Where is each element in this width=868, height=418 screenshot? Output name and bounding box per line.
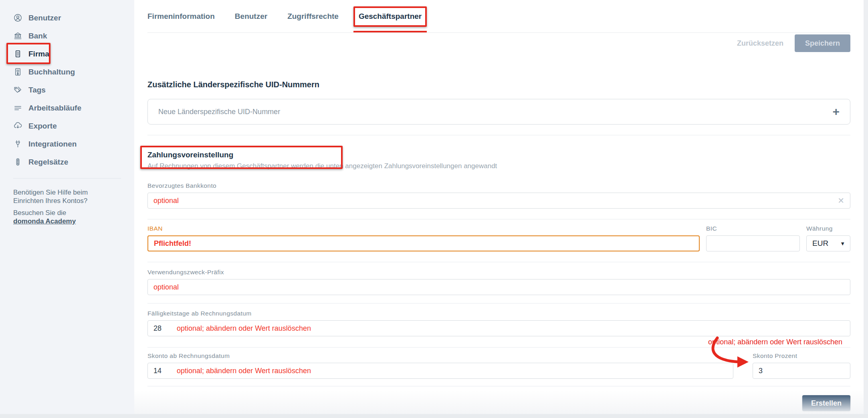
reset-button[interactable]: Zurücksetzen — [737, 39, 783, 48]
sidebar-item-arbeitsablaeufe[interactable]: Arbeitsabläufe — [0, 99, 134, 117]
sidebar-item-label: Firma — [28, 50, 49, 58]
chevron-down-icon: ▼ — [840, 241, 845, 247]
bank-account-label: Bevorzugtes Bankkonto — [147, 182, 850, 189]
sidebar-item-label: Buchhaltung — [28, 68, 75, 76]
workflow-icon — [13, 103, 22, 113]
domonda-academy-link[interactable]: domonda Academy — [13, 217, 76, 225]
bic-label: BIC — [706, 225, 800, 232]
rules-icon — [13, 157, 22, 167]
uid-input-placeholder: Neue Länderspezifische UID-Nummer — [158, 108, 832, 116]
field-group-discount-percent: Skonto Prozent 3 — [753, 352, 850, 379]
due-days-value: 28 — [153, 324, 161, 333]
section-divider — [147, 262, 850, 262]
tab-geschaeftspartner[interactable]: Geschäftspartner — [359, 0, 422, 32]
uid-section-title: Zusätzliche Länderspezifische UID-Nummer… — [147, 80, 850, 89]
sidebar-item-label: Exporte — [28, 122, 57, 131]
bottom-strip — [0, 414, 868, 418]
bank-icon — [13, 31, 22, 40]
field-group-purpose-prefix: Verwendungszweck-Präfix optional — [147, 269, 850, 295]
sidebar-item-integrationen[interactable]: Integrationen — [0, 135, 134, 153]
help-text-line3: Besuchen Sie die — [13, 209, 66, 217]
section-divider — [147, 219, 850, 219]
sidebar-item-bank[interactable]: Bank — [0, 27, 134, 45]
field-row-skonto: Skonto ab Rechnungsdatum 14 optional; ab… — [147, 352, 850, 379]
sidebar-item-label: Integrationen — [28, 140, 77, 149]
clear-icon[interactable]: ✕ — [838, 196, 844, 205]
tab-label: Zugriffsrechte — [287, 12, 339, 21]
section-divider — [147, 135, 850, 135]
plug-icon — [13, 139, 22, 149]
sidebar-item-firma[interactable]: Firma — [0, 45, 134, 63]
tab-bar: Firmeninformation Benutzer Zugriffsrecht… — [147, 0, 850, 33]
purpose-prefix-label: Verwendungszweck-Präfix — [147, 269, 850, 276]
discount-percent-input[interactable]: 3 — [753, 363, 850, 379]
field-group-bic: BIC — [706, 225, 800, 251]
sidebar-item-label: Tags — [28, 86, 46, 94]
tab-zugriffsrechte[interactable]: Zugriffsrechte — [287, 0, 339, 32]
sidebar-item-benutzer[interactable]: Benutzer — [0, 9, 134, 27]
sidebar-item-label: Bank — [28, 32, 47, 40]
bank-account-input[interactable]: optional ✕ — [147, 193, 850, 209]
user-icon — [13, 13, 22, 22]
currency-select[interactable]: EUR ▼ — [806, 235, 850, 251]
settings-sidebar: Benutzer Bank Firma Buchhaltung Tags — [0, 0, 134, 418]
currency-value: EUR — [812, 239, 828, 248]
scrollbar-track[interactable] — [864, 0, 868, 418]
sidebar-item-label: Benutzer — [28, 14, 61, 22]
uid-number-input[interactable]: Neue Länderspezifische UID-Nummer + — [147, 99, 850, 125]
tab-label: Benutzer — [235, 12, 267, 21]
create-row: Erstellen — [147, 395, 850, 411]
tag-icon — [13, 85, 22, 94]
sidebar-item-exporte[interactable]: Exporte — [0, 117, 134, 135]
bic-input[interactable] — [706, 235, 800, 251]
sidebar-item-label: Arbeitsabläufe — [28, 104, 81, 113]
discount-percent-value: 3 — [759, 367, 763, 375]
payment-section-subtitle: Auf Rechnungen von diesem Geschäftspartn… — [147, 162, 850, 170]
sidebar-item-regelsaetze[interactable]: Regelsätze — [0, 153, 134, 171]
tab-benutzer[interactable]: Benutzer — [235, 0, 267, 32]
iban-required-text: Pflichtfeld! — [154, 239, 191, 248]
help-text-line1: Benötigen Sie Hilfe beim — [13, 189, 88, 196]
section-divider — [147, 347, 850, 348]
discount-days-label: Skonto ab Rechnungsdatum — [147, 352, 733, 360]
cloud-download-icon — [13, 121, 22, 131]
building-icon — [13, 49, 22, 58]
sidebar-help: Benötigen Sie Hilfe beim Einrichten Ihre… — [0, 179, 134, 225]
discount-days-hint: optional; abändern oder Wert rauslöschen — [177, 367, 311, 375]
discount-percent-label: Skonto Prozent — [753, 352, 850, 360]
tab-label: Geschäftspartner — [359, 12, 422, 21]
iban-label: IBAN — [147, 225, 700, 232]
annotation-text: optional; abändern oder Wert rauslöschen — [147, 338, 850, 346]
sidebar-item-label: Regelsätze — [28, 158, 68, 167]
create-button[interactable]: Erstellen — [802, 395, 850, 411]
due-days-hint: optional; abändern oder Wert rauslöschen — [177, 324, 311, 333]
tab-label: Firmeninformation — [147, 12, 215, 21]
section-divider — [147, 303, 850, 303]
due-days-label: Fälligkeitstage ab Rechnungsdatum — [147, 310, 850, 317]
field-group-currency: Währung EUR ▼ — [806, 225, 850, 251]
sidebar-item-tags[interactable]: Tags — [0, 81, 134, 99]
app-window: Benutzer Bank Firma Buchhaltung Tags — [0, 0, 868, 418]
field-group-due-days: Fälligkeitstage ab Rechnungsdatum 28 opt… — [147, 310, 850, 336]
invoice-icon — [13, 67, 22, 76]
main-panel: Firmeninformation Benutzer Zugriffsrecht… — [134, 0, 864, 418]
sidebar-nav: Benutzer Bank Firma Buchhaltung Tags — [0, 9, 134, 171]
field-group-bank-account: Bevorzugtes Bankkonto optional ✕ — [147, 182, 850, 209]
field-group-discount-days: Skonto ab Rechnungsdatum 14 optional; ab… — [147, 352, 733, 379]
bank-account-value: optional — [153, 197, 179, 205]
sidebar-item-buchhaltung[interactable]: Buchhaltung — [0, 63, 134, 81]
discount-days-input[interactable]: 14 optional; abändern oder Wert rauslösc… — [147, 363, 733, 379]
currency-label: Währung — [806, 225, 850, 232]
purpose-prefix-value: optional — [153, 283, 179, 291]
purpose-prefix-input[interactable]: optional — [147, 279, 850, 295]
discount-days-value: 14 — [153, 367, 161, 375]
help-text-line2: Einrichten Ihres Kontos? — [13, 197, 87, 205]
section-divider — [147, 386, 850, 386]
save-button[interactable]: Speichern — [795, 34, 850, 52]
field-row-iban: IBAN Pflichtfeld! BIC Währung EUR ▼ — [147, 225, 850, 251]
iban-input[interactable]: Pflichtfeld! — [147, 235, 700, 251]
add-uid-icon[interactable]: + — [832, 106, 840, 118]
tab-firmeninformation[interactable]: Firmeninformation — [147, 0, 215, 32]
payment-section-title: Zahlungsvoreinstellung — [147, 151, 233, 159]
due-days-input[interactable]: 28 optional; abändern oder Wert rauslösc… — [147, 320, 850, 336]
